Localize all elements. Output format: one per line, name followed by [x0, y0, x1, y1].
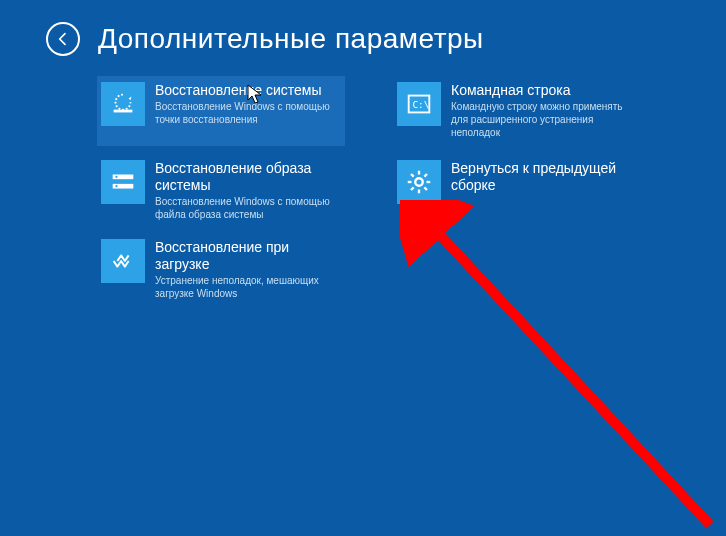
svg-point-6 — [415, 178, 423, 186]
column-left: Восстановление системы Восстановление Wi… — [97, 76, 345, 304]
command-prompt-icon: C:\ — [397, 82, 441, 126]
tile-title: Восстановление при загрузке — [155, 239, 341, 273]
tile-desc: Устранение неполадок, мешающих загрузке … — [155, 274, 341, 300]
tile-title: Командная строка — [451, 82, 637, 99]
page-title: Дополнительные параметры — [98, 23, 484, 55]
startup-repair-icon — [101, 239, 145, 283]
tile-desc: Командную строку можно применять для рас… — [451, 100, 637, 139]
svg-text:C:\: C:\ — [412, 99, 429, 110]
system-restore-icon — [101, 82, 145, 126]
tile-startup-repair[interactable]: Восстановление при загрузке Устранение н… — [97, 233, 345, 304]
tile-desc: Восстановление Windows с помощью файла о… — [155, 195, 341, 221]
back-button[interactable] — [46, 22, 80, 56]
svg-line-11 — [411, 174, 414, 177]
svg-line-12 — [424, 187, 427, 190]
tile-desc: Восстановление Windows с помощью точки в… — [155, 100, 341, 126]
settings-gear-icon — [397, 160, 441, 204]
arrow-left-icon — [55, 31, 71, 47]
tile-command-prompt[interactable]: C:\ Командная строка Командную строку мо… — [393, 76, 641, 146]
image-recovery-icon — [101, 160, 145, 204]
svg-line-14 — [424, 174, 427, 177]
tile-system-restore[interactable]: Восстановление системы Восстановление Wi… — [97, 76, 345, 146]
svg-point-2 — [115, 176, 117, 178]
tile-title: Восстановление системы — [155, 82, 341, 99]
tile-image-recovery[interactable]: Восстановление образа системы Восстановл… — [97, 154, 345, 225]
tile-previous-build[interactable]: Вернуться к предыдущей сборке — [393, 154, 641, 224]
tile-title: Восстановление образа системы — [155, 160, 341, 194]
column-right: C:\ Командная строка Командную строку мо… — [393, 76, 641, 304]
svg-line-13 — [411, 187, 414, 190]
svg-point-3 — [115, 185, 117, 187]
tile-title: Вернуться к предыдущей сборке — [451, 160, 637, 194]
